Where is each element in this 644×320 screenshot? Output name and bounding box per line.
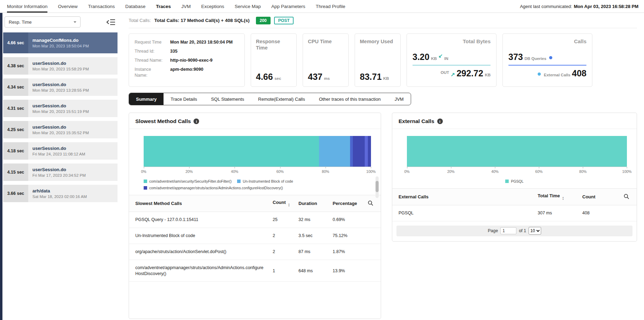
trace-date: Sat Mar 18, 2023 02:00:16 AM bbox=[32, 195, 113, 199]
trace-list-item[interactable]: 4.38 sec userSession.do Mon Mar 20, 2023… bbox=[3, 57, 118, 75]
x-tick-label: 60% bbox=[276, 169, 284, 174]
out-arrow-icon: ↗ bbox=[450, 71, 455, 77]
instance-name-value: apm-demo:9090 bbox=[170, 67, 203, 78]
count-cell: 408 bbox=[578, 205, 619, 221]
trace-name: arh/data bbox=[32, 188, 113, 193]
legend-swatch bbox=[237, 180, 241, 183]
slowest-method-calls-panel: Slowest Method Calls i 0%20%40%60%80%100… bbox=[129, 113, 381, 319]
nav-tab-overview[interactable]: Overview bbox=[58, 0, 77, 13]
sort-icon[interactable]: ▲▼ bbox=[288, 203, 290, 207]
method-name-cell: Un-Instrumented Block of code bbox=[129, 228, 268, 244]
x-axis: 0%20%40%60%80%100% bbox=[407, 167, 627, 176]
trace-response-time: 4.15 sec bbox=[3, 163, 28, 181]
response-time-unit: sec bbox=[274, 76, 281, 81]
search-icon[interactable] bbox=[623, 193, 629, 199]
bytes-out-label: OUT bbox=[441, 70, 449, 75]
trace-response-time: 4.18 sec bbox=[3, 142, 28, 160]
count-cell: 1 bbox=[268, 260, 294, 282]
trace-list-item[interactable]: 4.15 sec userSession.do Fri Mar 17, 2023… bbox=[3, 163, 118, 181]
count-cell: 2 bbox=[268, 228, 294, 244]
page-size-select[interactable]: 10 bbox=[529, 227, 541, 235]
response-time-card: Response Time 4.66 sec bbox=[251, 33, 297, 87]
tab-summary[interactable]: Summary bbox=[129, 93, 164, 105]
nav-tab-traces[interactable]: Traces bbox=[156, 0, 171, 13]
bar-segment bbox=[365, 136, 368, 167]
bytes-out-row: OUT ↗ 292.72 KB bbox=[412, 68, 491, 78]
thread-name-label: Thread Name: bbox=[135, 58, 164, 63]
legend-swatch bbox=[505, 180, 509, 183]
search-icon[interactable] bbox=[368, 200, 373, 206]
x-axis: 0%20%40%60%80%100% bbox=[144, 167, 371, 176]
page-number-input[interactable] bbox=[500, 227, 516, 234]
external-calls-row: External Calls 408 bbox=[508, 68, 586, 78]
column-header-label: Count bbox=[273, 200, 286, 205]
legend-swatch bbox=[144, 180, 147, 183]
nav-tab-database[interactable]: Database bbox=[125, 0, 145, 13]
thread-name-value: http-nio-9090-exec-9 bbox=[170, 58, 213, 63]
main-content: Total Calls: Total Calls: 17 Method Call… bbox=[121, 13, 644, 320]
trace-response-time: 4.31 sec bbox=[3, 100, 28, 117]
bytes-in-unit: KB bbox=[431, 56, 437, 61]
column-header-count: Count bbox=[578, 189, 619, 205]
tab-jvm[interactable]: JVM bbox=[388, 93, 411, 105]
response-time-title: Response Time bbox=[256, 38, 291, 51]
x-tick-label: 0% bbox=[141, 169, 146, 174]
calls-divider bbox=[508, 65, 586, 66]
instance-name-label: Instance Name: bbox=[135, 67, 164, 78]
count-cell: 25 bbox=[268, 212, 294, 228]
memory-used-title: Memory Used bbox=[360, 38, 395, 45]
trace-list-item[interactable]: 4.18 sec userSession.do Fri Mar 24, 2023… bbox=[3, 142, 118, 160]
chart-legend: com/adventnet/iam/security/SecurityFilte… bbox=[129, 176, 381, 195]
sort-icon[interactable]: ▲▼ bbox=[562, 196, 564, 200]
trace-list-item[interactable]: 4.25 sec userSession.do Mon Mar 20, 2023… bbox=[3, 121, 118, 138]
info-icon[interactable]: i bbox=[437, 119, 443, 124]
panel-title-external-calls: External Calls bbox=[399, 118, 434, 124]
percentage-cell: 0.69% bbox=[328, 212, 363, 228]
column-header-label: Count bbox=[582, 194, 596, 199]
slowest-method-calls-table: Slowest Method Calls Count▲▼ Duration Pe… bbox=[129, 195, 381, 282]
column-header-total-time[interactable]: Total Time▲▼ bbox=[533, 189, 578, 205]
external-calls-label: External Calls bbox=[544, 73, 570, 77]
total-bytes-card: Total Bytes 3.20 KB ↙ IN OUT ↗ 292.72 KB bbox=[407, 33, 497, 87]
tab-trace-details[interactable]: Trace Details bbox=[164, 93, 204, 105]
x-tick-label: 40% bbox=[231, 169, 238, 174]
method-name-cell: com/adventnet/appmanager/struts/actions/… bbox=[129, 260, 268, 282]
trace-list-item[interactable]: 4.31 sec userSession.do Mon Mar 20, 2023… bbox=[3, 100, 118, 117]
bar-segment bbox=[368, 136, 371, 167]
nav-tab-service-map[interactable]: Service Map bbox=[235, 0, 261, 13]
legend-item: com/adventnet/iam/security/SecurityFilte… bbox=[144, 179, 232, 183]
calls-title: Calls bbox=[508, 38, 586, 44]
bar-segment bbox=[319, 136, 350, 167]
column-header-external-calls: External Calls bbox=[392, 189, 533, 205]
info-icon[interactable]: i bbox=[194, 119, 199, 124]
tab-remote-external-calls[interactable]: Remote(External) Calls bbox=[251, 93, 312, 105]
request-info-card: Request Time Mon Mar 20, 2023 18:50:04 P… bbox=[129, 33, 245, 87]
summary-panels: Slowest Method Calls i 0%20%40%60%80%100… bbox=[129, 113, 637, 319]
bytes-out-value: 292.72 bbox=[456, 68, 483, 78]
nav-tab-jvm[interactable]: JVM bbox=[181, 0, 191, 13]
nav-tab-monitor-information[interactable]: Monitor Information bbox=[7, 0, 47, 13]
sidebar-header: Resp. Time bbox=[2, 13, 121, 31]
metric-cards-row: Request Time Mon Mar 20, 2023 18:50:04 P… bbox=[129, 33, 637, 87]
collapse-sidebar-icon[interactable] bbox=[106, 19, 115, 25]
scrollbar-thumb[interactable] bbox=[376, 181, 379, 192]
nav-tab-thread-profile[interactable]: Thread Profile bbox=[316, 0, 346, 13]
trace-name: userSession.do bbox=[32, 61, 113, 66]
trace-list-item[interactable]: 4.34 sec userSession.do Mon Mar 20, 2023… bbox=[3, 78, 118, 96]
tab-sql-statements[interactable]: SQL Statements bbox=[204, 93, 251, 105]
sort-by-value: Resp. Time bbox=[9, 20, 32, 25]
tab-other-traces[interactable]: Other traces of this transaction bbox=[312, 93, 388, 105]
legend-item: com/adventnet/appmanager/struts/actions/… bbox=[144, 186, 283, 190]
percentage-cell: 75.12% bbox=[328, 228, 363, 244]
bytes-in-value: 3.20 bbox=[412, 52, 430, 62]
trace-name: userSession.do bbox=[32, 167, 113, 172]
table-row: PGSQL 307 ms 408 bbox=[392, 205, 637, 221]
trace-list-item[interactable]: 4.66 sec manageConfMons.do Mon Mar 20, 2… bbox=[3, 32, 118, 53]
trace-list-item[interactable]: 3.66 sec arh/data Sat Mar 18, 2023 02:00… bbox=[3, 185, 118, 202]
nav-tab-transactions[interactable]: Transactions bbox=[88, 0, 115, 13]
legend-scrollbar[interactable] bbox=[376, 176, 379, 198]
nav-tab-exceptions[interactable]: Exceptions bbox=[201, 0, 224, 13]
column-header-count[interactable]: Count▲▼ bbox=[268, 195, 294, 212]
nav-tab-app-parameters[interactable]: App Parameters bbox=[271, 0, 305, 13]
sort-by-dropdown[interactable]: Resp. Time bbox=[5, 16, 81, 28]
